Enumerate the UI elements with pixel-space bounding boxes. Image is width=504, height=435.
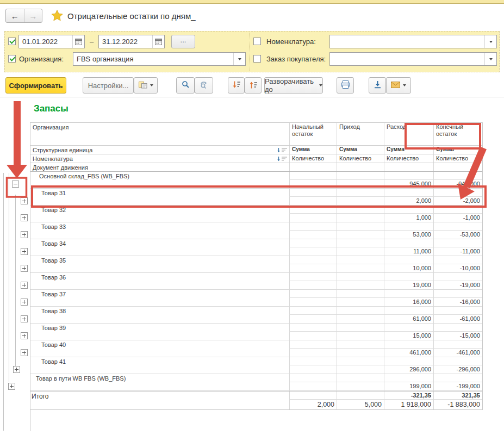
calendar-icon[interactable] [72, 35, 84, 48]
value-cell [433, 239, 482, 247]
sum-header: Сумма [289, 146, 337, 154]
filter-panel: 01.01.2022 – 31.12.2022 ... Организация:… [4, 31, 500, 72]
value-cell [289, 197, 337, 205]
qty-header: Количество [337, 154, 384, 163]
row-label: Основной склад_FBS (WB_FBS) [30, 172, 289, 188]
collapse-button[interactable] [12, 181, 19, 188]
chevron-down-icon[interactable] [233, 53, 245, 65]
grouping-tree-line [3, 173, 4, 431]
print-button[interactable] [337, 77, 354, 94]
expand-button[interactable] [21, 214, 28, 221]
total-qty-cell: -1 883,000 [433, 400, 482, 409]
settings-button[interactable]: Настройки... [83, 77, 134, 94]
expand-to-button[interactable]: Разворачивать до [264, 77, 323, 94]
expand-button[interactable] [8, 383, 15, 390]
value-cell: -2,000 [433, 197, 482, 205]
date-from-field[interactable]: 01.01.2022 [18, 35, 85, 48]
expand-button[interactable] [21, 265, 28, 272]
expand-button[interactable] [21, 248, 28, 255]
envelope-icon [391, 82, 400, 90]
column-header [433, 163, 482, 171]
value-cell [289, 374, 337, 382]
header-row-structural-unit: Структурная единица Сумма Сумма Сумма Су… [30, 146, 482, 154]
value-cell [433, 357, 482, 365]
chevron-down-icon[interactable] [484, 35, 496, 48]
search-button[interactable] [176, 77, 195, 94]
back-button[interactable]: ← [6, 9, 24, 22]
value-cell [384, 357, 433, 365]
expand-button[interactable] [21, 197, 28, 204]
period-dash: – [90, 38, 94, 46]
value-cell [337, 340, 384, 349]
expand-button[interactable] [21, 332, 28, 339]
value-cell [384, 290, 433, 298]
send-mail-button[interactable] [386, 77, 411, 94]
customer-order-combo[interactable] [329, 52, 497, 66]
row-label: Товар 32 [30, 206, 289, 222]
row-label: Товар 31 [30, 189, 289, 205]
expand-button[interactable] [21, 299, 28, 306]
value-cell [384, 340, 433, 349]
value-cell [337, 332, 384, 340]
value-cell [337, 239, 384, 247]
save-file-button[interactable] [369, 77, 386, 94]
printer-icon [341, 80, 350, 90]
sort-descending-button[interactable] [228, 77, 245, 94]
value-cell [337, 206, 384, 214]
page-title: Отрицательные остатки по дням_ [67, 11, 196, 21]
table-row: Товар 3915,000-15,000 [30, 324, 482, 340]
value-cell [337, 324, 384, 332]
forward-button[interactable]: → [24, 9, 42, 22]
value-cell: -10,000 [433, 264, 482, 272]
calendar-icon[interactable] [152, 35, 164, 48]
sort-ascending-button[interactable] [245, 77, 262, 94]
chevron-down-icon[interactable] [484, 53, 496, 65]
value-cell [337, 264, 384, 272]
total-label: Итого [30, 391, 289, 409]
search-next-icon [200, 81, 208, 90]
sort-icon[interactable] [277, 156, 288, 163]
expand-button[interactable] [13, 366, 20, 373]
window-top-strip [0, 0, 504, 4]
value-cell [337, 189, 384, 197]
table-row: Товар 41296,000-296,000 [30, 357, 482, 374]
value-cell [337, 315, 384, 323]
search-next-button[interactable] [195, 77, 213, 94]
grouping-tree-line [9, 173, 9, 382]
report-variant-button[interactable] [134, 77, 158, 94]
period-more-button[interactable]: ... [171, 35, 195, 48]
date-to-field[interactable]: 31.12.2022 [98, 35, 165, 48]
value-cell [289, 239, 337, 247]
qty-header: Количество [289, 154, 337, 163]
expand-button[interactable] [21, 315, 28, 322]
organization-checkbox[interactable] [8, 55, 16, 63]
generate-button[interactable]: Сформировать [5, 77, 66, 94]
value-cell [433, 324, 482, 332]
expand-button[interactable] [21, 349, 28, 356]
nomenclature-checkbox[interactable] [253, 38, 261, 45]
nomenclature-combo[interactable] [329, 35, 497, 48]
value-cell [289, 222, 337, 231]
period-checkbox[interactable] [8, 38, 16, 45]
value-cell [289, 214, 337, 222]
value-cell [289, 180, 337, 188]
customer-order-checkbox[interactable] [253, 55, 261, 63]
value-cell [337, 180, 384, 188]
value-cell [289, 247, 337, 256]
sort-ascending-icon [249, 80, 258, 91]
value-cell: 10,000 [384, 264, 433, 272]
favorite-star-icon[interactable] [51, 9, 64, 22]
chevron-down-icon [403, 84, 406, 86]
expand-button[interactable] [21, 282, 28, 289]
value-cell [337, 382, 384, 390]
expand-button[interactable] [21, 231, 28, 238]
value-cell [289, 189, 337, 197]
expand-to-label: Разворачивать до [265, 77, 316, 94]
total-qty-cell: 2,000 [289, 400, 337, 409]
table-row: Товар 3510,000-10,000 [30, 256, 482, 273]
organization-combo[interactable]: FBS организация [73, 52, 246, 66]
value-cell [433, 222, 482, 231]
sort-icon[interactable] [277, 147, 288, 154]
value-cell: 2,000 [384, 197, 433, 205]
customer-order-label: Заказ покупателя: [266, 55, 326, 63]
